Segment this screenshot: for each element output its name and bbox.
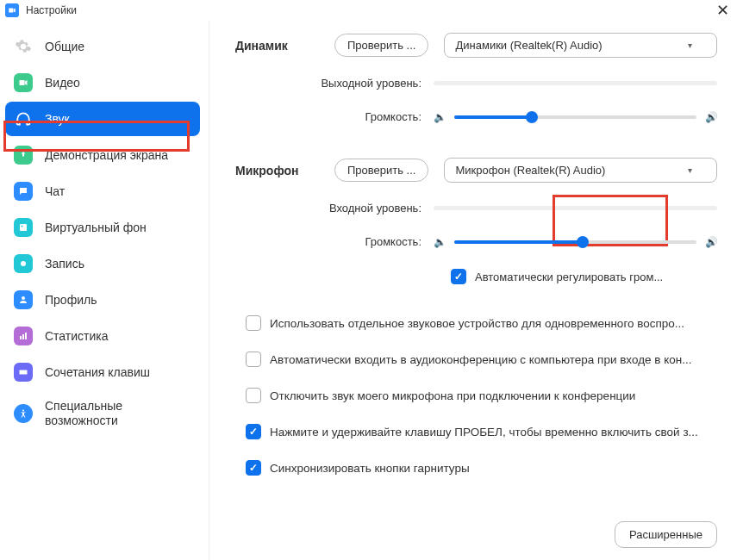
option-label: Нажмите и удерживайте клавишу ПРОБЕЛ, чт… <box>270 426 698 439</box>
input-level-label: Входной уровень: <box>235 202 434 215</box>
sidebar-item-label: Статистика <box>45 329 109 343</box>
svg-point-1 <box>22 226 23 227</box>
option-separate-ring-device[interactable]: Использовать отдельное звуковое устройст… <box>246 315 717 331</box>
svg-rect-0 <box>20 224 27 231</box>
svg-rect-7 <box>20 370 28 375</box>
checkbox[interactable] <box>246 388 261 403</box>
volume-high-icon: 🔊 <box>705 236 717 248</box>
accessibility-icon <box>14 404 33 423</box>
auto-gain-checkbox[interactable] <box>451 269 466 284</box>
sidebar-item-label: Сочетания клавиш <box>45 365 150 379</box>
option-label: Использовать отдельное звуковое устройст… <box>270 317 684 330</box>
sidebar-item-virtual-bg[interactable]: Виртуальный фон <box>5 210 200 245</box>
sidebar-item-video[interactable]: Видео <box>5 65 200 100</box>
option-push-to-talk[interactable]: Нажмите и удерживайте клавишу ПРОБЕЛ, чт… <box>246 424 717 439</box>
sidebar-item-label: Виртуальный фон <box>45 221 147 234</box>
sidebar-item-label: Профиль <box>45 293 97 307</box>
mic-section-label: Микрофон <box>235 164 334 177</box>
speaker-device-select[interactable]: Динамики (Realtek(R) Audio) ▾ <box>444 33 717 58</box>
mic-volume-slider[interactable] <box>454 240 696 244</box>
svg-rect-5 <box>22 334 24 339</box>
chat-icon <box>14 182 33 201</box>
checkbox[interactable] <box>246 460 261 476</box>
app-icon <box>5 3 19 17</box>
video-icon <box>14 73 33 92</box>
gear-icon <box>14 37 33 56</box>
sidebar-item-recording[interactable]: Запись <box>5 246 200 281</box>
input-level-meter <box>434 206 717 210</box>
sidebar-item-chat[interactable]: Чат <box>5 174 200 208</box>
option-label: Синхронизировать кнопки гарнитуры <box>270 462 470 475</box>
chevron-down-icon: ▾ <box>688 40 692 50</box>
option-label: Отключить звук моего микрофона при подкл… <box>270 389 635 402</box>
test-speaker-button[interactable]: Проверить ... <box>334 34 428 57</box>
mic-device-select[interactable]: Микрофон (Realtek(R) Audio) ▾ <box>444 158 717 183</box>
sidebar-item-profile[interactable]: Профиль <box>5 283 200 317</box>
sidebar-item-label: Звук <box>45 112 70 126</box>
svg-point-8 <box>22 409 24 411</box>
content-audio-settings: Динамик Проверить ... Динамики (Realtek(… <box>209 21 743 560</box>
svg-point-3 <box>22 296 25 300</box>
sidebar-item-label: Запись <box>45 257 84 271</box>
sidebar-item-statistics[interactable]: Статистика <box>5 319 200 353</box>
speaker-volume-slider[interactable] <box>454 115 696 119</box>
option-mute-on-join[interactable]: Отключить звук моего микрофона при подкл… <box>246 388 717 403</box>
checkbox[interactable] <box>246 424 261 439</box>
sidebar: Общие Видео Звук Демонстрация экрана Чат <box>0 21 209 560</box>
volume-low-icon: 🔈 <box>434 111 446 123</box>
mic-volume-label: Громкость: <box>235 235 434 248</box>
output-level-meter <box>434 81 717 85</box>
chevron-down-icon: ▾ <box>688 165 692 175</box>
checkbox[interactable] <box>246 315 261 331</box>
sidebar-item-general[interactable]: Общие <box>5 29 200 64</box>
window-title: Настройки <box>26 4 711 16</box>
auto-gain-label: Автоматически регулировать гром... <box>475 271 663 283</box>
option-sync-headset-buttons[interactable]: Синхронизировать кнопки гарнитуры <box>246 460 717 476</box>
test-mic-button[interactable]: Проверить ... <box>334 159 428 182</box>
speaker-volume-label: Громкость: <box>235 110 434 123</box>
sidebar-item-label: Демонстрация экрана <box>45 148 168 162</box>
svg-rect-6 <box>25 333 27 339</box>
svg-rect-4 <box>20 336 22 339</box>
sidebar-item-label: Видео <box>45 76 80 90</box>
headphones-icon <box>14 109 33 128</box>
close-icon[interactable]: ✕ <box>711 1 734 20</box>
checkbox[interactable] <box>246 352 261 367</box>
record-icon <box>14 254 33 273</box>
sidebar-item-accessibility[interactable]: Специальные возможности <box>5 391 200 436</box>
option-label: Автоматически входить в аудиоконференцию… <box>270 353 692 366</box>
output-level-label: Выходной уровень: <box>235 77 434 90</box>
profile-icon <box>14 290 33 309</box>
stats-icon <box>14 327 33 345</box>
volume-high-icon: 🔊 <box>705 111 717 123</box>
sidebar-item-audio[interactable]: Звук <box>5 102 200 136</box>
sidebar-item-label: Чат <box>45 184 65 198</box>
share-screen-icon <box>14 146 33 165</box>
sidebar-item-share-screen[interactable]: Демонстрация экрана <box>5 138 200 172</box>
sidebar-item-label: Общие <box>45 40 84 53</box>
volume-low-icon: 🔈 <box>434 236 446 248</box>
advanced-button[interactable]: Расширенные <box>615 521 717 548</box>
keyboard-icon <box>14 363 33 382</box>
mic-device-value: Микрофон (Realtek(R) Audio) <box>455 164 605 177</box>
speaker-device-value: Динамики (Realtek(R) Audio) <box>455 39 602 52</box>
option-auto-join-audio[interactable]: Автоматически входить в аудиоконференцию… <box>246 352 717 367</box>
svg-point-2 <box>21 261 26 266</box>
sidebar-item-shortcuts[interactable]: Сочетания клавиш <box>5 355 200 389</box>
sidebar-item-label: Специальные возможности <box>45 399 191 428</box>
speaker-section-label: Динамик <box>235 39 334 53</box>
image-icon <box>14 218 33 237</box>
